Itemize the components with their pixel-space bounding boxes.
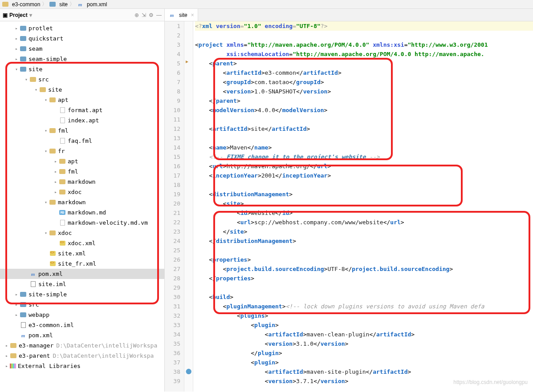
- line-number[interactable]: 20: [165, 199, 180, 208]
- tree-node[interactable]: MDmarkdown.md: [0, 207, 164, 218]
- code-line[interactable]: <url>scp://webhost.company.com/www/websi…: [195, 218, 533, 227]
- tree-node[interactable]: ▸quickstart: [0, 33, 164, 44]
- expand-arrow-icon[interactable]: ▾: [33, 87, 39, 92]
- tree-node[interactable]: ▸apt: [0, 156, 164, 166]
- line-number[interactable]: 16: [165, 162, 180, 171]
- code-line[interactable]: <site>: [195, 199, 533, 208]
- expand-arrow-icon[interactable]: ▸: [4, 343, 10, 348]
- tree-node[interactable]: faq.fml: [0, 136, 164, 146]
- tree-node[interactable]: ▸src: [0, 299, 164, 310]
- code-line[interactable]: [195, 246, 533, 255]
- tree-node[interactable]: site_fr.xml: [0, 259, 164, 269]
- tree-node[interactable]: index.apt: [0, 115, 164, 125]
- line-number[interactable]: 23: [165, 227, 180, 236]
- tree-node[interactable]: format.apt: [0, 105, 164, 115]
- code-line[interactable]: [195, 180, 533, 190]
- code-line[interactable]: <artifactId>maven-clean-plugin</artifact…: [195, 330, 533, 339]
- line-number[interactable]: 6: [165, 68, 180, 77]
- tree-node[interactable]: site.xml: [0, 248, 164, 259]
- editor-tab[interactable]: m site ×: [165, 9, 198, 21]
- line-number[interactable]: 26: [165, 255, 180, 264]
- code-line[interactable]: </distributionManagement>: [195, 236, 533, 246]
- code-line[interactable]: <pluginManagement><!-- lock down plugins…: [195, 302, 533, 311]
- tree-node[interactable]: site.iml: [0, 279, 164, 289]
- line-number[interactable]: 31: [165, 302, 180, 311]
- code-line[interactable]: <url>http://maven.apache.org/</url>: [195, 162, 533, 171]
- locate-icon[interactable]: ⊕: [134, 12, 139, 18]
- tree-node[interactable]: ▾fr: [0, 146, 164, 156]
- tree-node[interactable]: ▾apt: [0, 95, 164, 105]
- code-line[interactable]: <properties>: [195, 255, 533, 264]
- line-number[interactable]: 32: [165, 311, 180, 320]
- expand-arrow-icon[interactable]: ▸: [13, 57, 20, 61]
- breadcrumb-item[interactable]: site: [49, 1, 68, 8]
- expand-arrow-icon[interactable]: ▸: [53, 169, 59, 174]
- line-number[interactable]: 8: [165, 87, 180, 96]
- line-gutter[interactable]: 1234567891011121314151617181920212223242…: [165, 21, 184, 392]
- code-line[interactable]: <modelVersion>4.0.0</modelVersion>: [195, 105, 533, 115]
- line-number[interactable]: 21: [165, 208, 180, 218]
- expand-arrow-icon[interactable]: ▸: [53, 190, 59, 194]
- line-number[interactable]: 29: [165, 283, 180, 292]
- expand-arrow-icon[interactable]: ▸: [13, 36, 20, 41]
- expand-arrow-icon[interactable]: ▸: [13, 46, 20, 51]
- expand-arrow-icon[interactable]: ▸: [4, 353, 10, 358]
- code-line[interactable]: xsi:schemaLocation="http://maven.apache.…: [195, 49, 533, 59]
- code-line[interactable]: <artifactId>maven-site-plugin</artifactI…: [195, 367, 533, 376]
- code-line[interactable]: </site>: [195, 227, 533, 236]
- gear-icon[interactable]: ⚙: [149, 12, 154, 18]
- code-editor[interactable]: <?xml version="1.0" encoding="UTF-8"?><p…: [193, 21, 533, 392]
- tree-node[interactable]: ▸protlet: [0, 23, 164, 33]
- line-number[interactable]: 11: [165, 115, 180, 124]
- expand-arrow-icon[interactable]: ▸: [4, 364, 10, 368]
- line-number[interactable]: 7: [165, 77, 180, 87]
- code-line[interactable]: </plugin>: [195, 348, 533, 358]
- expand-arrow-icon[interactable]: ▾: [43, 200, 49, 205]
- line-number[interactable]: 10: [165, 105, 180, 115]
- line-number[interactable]: 37: [165, 358, 180, 367]
- code-line[interactable]: <?xml version="1.0" encoding="UTF-8"?>: [195, 21, 533, 31]
- expand-arrow-icon[interactable]: ▸: [13, 312, 20, 317]
- tree-node[interactable]: ▾xdoc: [0, 228, 164, 238]
- code-line[interactable]: <artifactId>e3-common</artifactId>: [195, 68, 533, 77]
- code-line[interactable]: </parent>: [195, 96, 533, 105]
- tree-node[interactable]: ▸webapp: [0, 310, 164, 320]
- line-number[interactable]: 30: [165, 292, 180, 302]
- code-line[interactable]: <name>Maven</name>: [195, 143, 533, 152]
- line-number[interactable]: 12: [165, 124, 180, 133]
- line-number[interactable]: 34: [165, 330, 180, 339]
- expand-arrow-icon[interactable]: ▸: [13, 302, 20, 307]
- expand-arrow-icon[interactable]: ▸: [53, 159, 59, 164]
- expand-arrow-icon[interactable]: ▾: [23, 77, 29, 82]
- tree-node[interactable]: ▸External Libraries: [0, 361, 164, 371]
- line-number[interactable]: 4: [165, 49, 180, 59]
- tree-node[interactable]: ▸seam: [0, 44, 164, 54]
- line-number[interactable]: 9: [165, 96, 180, 105]
- tree-node[interactable]: ▾site: [0, 64, 164, 74]
- line-number[interactable]: 5: [165, 59, 180, 68]
- expand-arrow-icon[interactable]: ▸: [13, 292, 20, 297]
- code-line[interactable]: <!-- FIXME change it to the project's we…: [195, 152, 533, 162]
- line-number[interactable]: 3: [165, 40, 180, 49]
- expand-arrow-icon[interactable]: ▾: [43, 97, 49, 102]
- line-number[interactable]: 2: [165, 31, 180, 40]
- code-line[interactable]: [195, 115, 533, 124]
- tree-node[interactable]: ▸site-simple: [0, 289, 164, 299]
- line-number[interactable]: 17: [165, 171, 180, 180]
- line-number[interactable]: 33: [165, 320, 180, 330]
- tree-node[interactable]: ▸seam-simple: [0, 54, 164, 64]
- tree-node[interactable]: markdown-velocity.md.vm: [0, 218, 164, 228]
- code-line[interactable]: <inceptionYear>2001</inceptionYear>: [195, 171, 533, 180]
- code-line[interactable]: </properties>: [195, 274, 533, 283]
- expand-arrow-icon[interactable]: ▸: [13, 26, 20, 31]
- line-number[interactable]: 24: [165, 236, 180, 246]
- code-line[interactable]: <version>3.1.0</version>: [195, 339, 533, 348]
- code-line[interactable]: <artifactId>site</artifactId>: [195, 124, 533, 133]
- collapse-icon[interactable]: ⇲: [142, 12, 146, 18]
- tree-node[interactable]: ▸e3-parentD:\DataCenter\intellijWorkspa: [0, 351, 164, 361]
- breadcrumb-item[interactable]: e3-common: [2, 1, 40, 8]
- line-number[interactable]: 25: [165, 246, 180, 255]
- line-number[interactable]: 13: [165, 133, 180, 143]
- tree-node[interactable]: ▾fml: [0, 125, 164, 136]
- code-line[interactable]: <parent>: [195, 59, 533, 68]
